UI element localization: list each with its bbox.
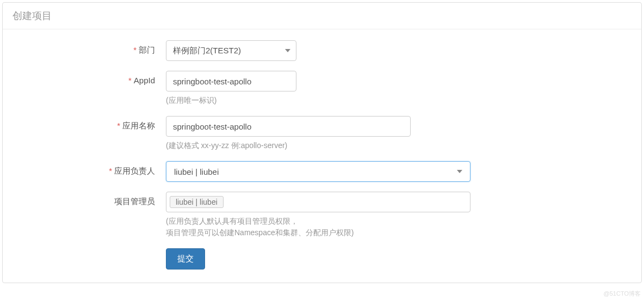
department-control: 样例部门2(TEST2)	[166, 40, 470, 61]
appid-control: (应用唯一标识)	[166, 71, 470, 106]
appname-input[interactable]	[166, 116, 411, 137]
chevron-down-icon	[285, 49, 290, 52]
department-label: *部门	[14, 40, 166, 56]
owner-control: liubei | liubei	[166, 161, 470, 182]
panel-title: 创建项目	[3, 3, 641, 29]
submit-control: 提交	[166, 248, 470, 270]
owner-select[interactable]: liubei | liubei	[166, 161, 470, 182]
admin-tag-input[interactable]: liubei | liubei	[166, 192, 470, 212]
appname-control: (建议格式 xx-yy-zz 例:apollo-server)	[166, 116, 470, 151]
required-mark: *	[117, 121, 120, 130]
admin-row: 项目管理员 liubei | liubei (应用负责人默认具有项目管理员权限，…	[14, 192, 630, 238]
department-select[interactable]: 样例部门2(TEST2)	[166, 40, 296, 61]
department-row: *部门 样例部门2(TEST2)	[14, 40, 630, 61]
chevron-down-icon	[457, 170, 462, 173]
owner-row: *应用负责人 liubei | liubei	[14, 161, 630, 182]
admin-control: liubei | liubei (应用负责人默认具有项目管理员权限， 项目管理员…	[166, 192, 470, 238]
submit-label-spacer	[14, 248, 166, 253]
owner-select-wrap: liubei | liubei	[166, 161, 470, 182]
create-project-panel: 创建项目 *部门 样例部门2(TEST2) *AppId (应用唯	[2, 2, 642, 283]
required-mark: *	[133, 45, 137, 54]
admin-hint: (应用负责人默认具有项目管理员权限， 项目管理员可以创建Namespace和集群…	[166, 216, 470, 238]
owner-label: *应用负责人	[14, 161, 166, 176]
appname-hint: (建议格式 xx-yy-zz 例:apollo-server)	[166, 140, 470, 151]
appname-label: *应用名称	[14, 116, 166, 131]
appid-label: *AppId	[14, 71, 166, 85]
appname-row: *应用名称 (建议格式 xx-yy-zz 例:apollo-server)	[14, 116, 630, 151]
required-mark: *	[128, 76, 132, 85]
admin-tag[interactable]: liubei | liubei	[170, 196, 224, 208]
owner-value: liubei | liubei	[174, 167, 219, 176]
submit-row: 提交	[14, 248, 630, 270]
panel-body: *部门 样例部门2(TEST2) *AppId (应用唯一标识)	[3, 29, 641, 283]
department-select-wrap: 样例部门2(TEST2)	[166, 40, 296, 61]
appid-row: *AppId (应用唯一标识)	[14, 71, 630, 106]
appid-input[interactable]	[166, 71, 296, 91]
submit-button[interactable]: 提交	[166, 248, 205, 270]
admin-label: 项目管理员	[14, 192, 166, 207]
department-value: 样例部门2(TEST2)	[173, 46, 241, 56]
appid-hint: (应用唯一标识)	[166, 95, 470, 106]
required-mark: *	[109, 166, 112, 175]
